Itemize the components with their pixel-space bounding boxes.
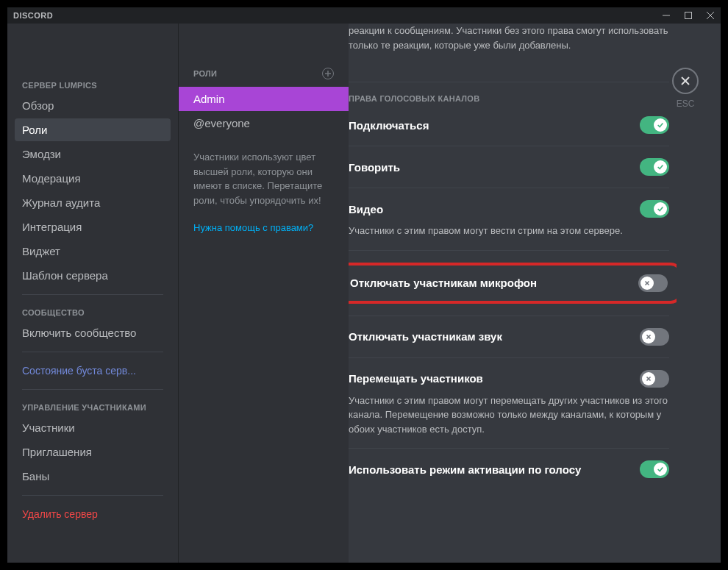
divider xyxy=(349,146,669,146)
sidebar-item-emoji[interactable]: Эмодзи xyxy=(15,143,171,165)
voice-perms-header: ПРАВА ГОЛОСОВЫХ КАНАЛОВ xyxy=(349,94,669,103)
divider xyxy=(349,188,669,188)
perm-label: Отключать участникам микрофон xyxy=(350,277,537,289)
app-name: DISCORD xyxy=(13,11,662,20)
sidebar-item-audit-log[interactable]: Журнал аудита xyxy=(15,191,171,214)
sidebar-section-community: СООБЩЕСТВО xyxy=(22,308,171,317)
sidebar-item-moderation[interactable]: Модерация xyxy=(15,167,171,190)
perm-speak: Говорить xyxy=(349,158,669,176)
sidebar-divider xyxy=(22,352,163,352)
perm-voice-activity: Использовать режим активации по голосу xyxy=(349,460,669,478)
roles-help-link[interactable]: Нужна помощь с правами? xyxy=(179,215,349,241)
perm-desc: Участники с этим правом могут вести стри… xyxy=(349,224,669,238)
perm-video: Видео xyxy=(349,200,669,218)
sidebar-item-boost-status[interactable]: Состояние буста серв... xyxy=(15,360,171,382)
divider xyxy=(349,250,669,251)
maximize-button[interactable] xyxy=(684,11,693,20)
perm-label: Отключать участникам звук xyxy=(349,330,502,343)
toggle-connect[interactable] xyxy=(640,116,669,134)
role-item-admin[interactable]: Admin xyxy=(179,87,349,111)
divider xyxy=(349,357,669,358)
sidebar-divider xyxy=(22,389,163,390)
sidebar-item-members[interactable]: Участники xyxy=(15,416,171,439)
perm-label: Говорить xyxy=(349,161,400,174)
close-window-button[interactable] xyxy=(706,11,715,20)
perm-label: Подключаться xyxy=(349,119,429,132)
sidebar-item-widget[interactable]: Виджет xyxy=(15,240,171,263)
content-area: ESC реакции к сообщениям. Участники без … xyxy=(349,24,721,563)
roles-column: РОЛИ Admin @everyone Участники использую… xyxy=(178,24,349,563)
add-role-button[interactable] xyxy=(322,68,334,79)
sidebar-divider xyxy=(22,294,163,295)
sidebar: СЕРВЕР LUMPICS Обзор Роли Эмодзи Модерац… xyxy=(7,24,178,563)
sidebar-item-enable-community[interactable]: Включить сообщество xyxy=(15,321,171,344)
sidebar-item-template[interactable]: Шаблон сервера xyxy=(15,264,171,287)
role-item-everyone[interactable]: @everyone xyxy=(179,111,349,135)
perm-deafen-members: Отключать участникам звук xyxy=(349,328,669,346)
toggle-voice-activity[interactable] xyxy=(640,460,669,478)
perm-label: Использовать режим активации по голосу xyxy=(349,463,581,476)
highlighted-permission: Отключать участникам микрофон xyxy=(349,263,677,304)
toggle-speak[interactable] xyxy=(640,158,669,176)
perm-mute-members: Отключать участникам микрофон xyxy=(350,274,668,292)
roles-header-label: РОЛИ xyxy=(193,69,217,78)
sidebar-item-bans[interactable]: Баны xyxy=(15,465,171,488)
divider xyxy=(349,316,669,316)
perm-move-members: Перемещать участников xyxy=(349,370,669,388)
perm-label: Перемещать участников xyxy=(349,372,483,385)
titlebar: DISCORD xyxy=(7,7,721,24)
sidebar-item-delete-server[interactable]: Удалить сервер xyxy=(15,503,171,525)
perm-label: Видео xyxy=(349,203,383,215)
toggle-mute-members[interactable] xyxy=(638,274,668,292)
close-label: ESC xyxy=(677,99,695,109)
toggle-video[interactable] xyxy=(640,200,669,218)
sidebar-item-integrations[interactable]: Интеграция xyxy=(15,215,171,238)
window-controls xyxy=(662,11,715,20)
sidebar-section-members: УПРАВЛЕНИЕ УЧАСТНИКАМИ xyxy=(22,403,171,412)
toggle-deafen-members[interactable] xyxy=(640,328,669,346)
sidebar-divider xyxy=(22,495,163,496)
sidebar-item-roles[interactable]: Роли xyxy=(15,118,171,141)
roles-note: Участники используют цвет высшей роли, к… xyxy=(179,135,349,215)
sidebar-section-server: СЕРВЕР LUMPICS xyxy=(22,81,171,90)
toggle-move-members[interactable] xyxy=(640,370,669,388)
perm-connect: Подключаться xyxy=(349,116,669,134)
minimize-button[interactable] xyxy=(662,11,671,20)
sidebar-item-invites[interactable]: Приглашения xyxy=(15,441,171,463)
perm-desc: Участники с этим правом могут перемещать… xyxy=(349,393,669,437)
svg-rect-1 xyxy=(685,13,692,19)
divider xyxy=(349,82,669,82)
intro-text: реакции к сообщениям. Участники без этог… xyxy=(349,24,669,70)
divider xyxy=(349,448,669,449)
sidebar-item-overview[interactable]: Обзор xyxy=(15,94,171,117)
